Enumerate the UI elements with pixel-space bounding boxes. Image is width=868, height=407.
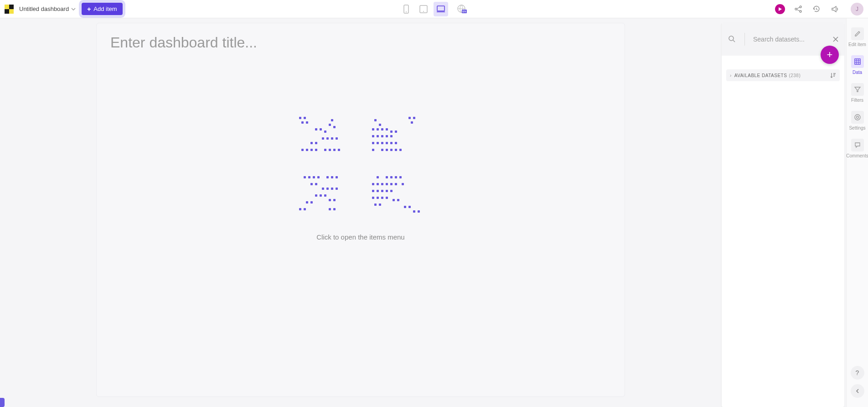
language-button[interactable]: EN xyxy=(455,2,469,16)
datasets-label: AVAILABLE DATASETS xyxy=(734,73,787,78)
plus-icon: + xyxy=(827,49,833,61)
svg-rect-2 xyxy=(5,9,9,14)
table-icon xyxy=(854,58,861,65)
search-wrap xyxy=(728,33,833,46)
device-mobile-button[interactable] xyxy=(399,2,413,16)
expand-icon xyxy=(297,115,424,215)
rail-data[interactable]: Data xyxy=(848,52,867,78)
rail-filters[interactable]: Filters xyxy=(848,80,867,106)
topbar-right: J xyxy=(775,3,863,16)
rail-label: Filters xyxy=(851,98,863,103)
user-avatar[interactable]: J xyxy=(851,3,863,16)
search-icon xyxy=(728,35,736,43)
rail-label: Comments xyxy=(846,153,868,158)
add-item-label: Add item xyxy=(93,5,117,12)
comment-icon xyxy=(854,141,861,149)
svg-rect-0 xyxy=(5,5,9,9)
svg-rect-8 xyxy=(437,6,444,11)
svg-point-17 xyxy=(855,115,860,120)
right-rail: Edit item Data Filters Settings Comments… xyxy=(846,18,868,407)
svg-point-12 xyxy=(800,6,801,8)
main: Click to open the items menu + › AVAILAB… xyxy=(0,18,868,407)
device-preview-group: EN xyxy=(399,2,469,16)
topbar: Untitled dashboard + Add item EN xyxy=(0,0,868,18)
search-datasets-input[interactable] xyxy=(753,36,833,43)
gear-icon xyxy=(854,114,861,121)
dashboard-name-text: Untitled dashboard xyxy=(19,5,69,12)
rail-comments[interactable]: Comments xyxy=(848,136,867,162)
rail-bottom: ? xyxy=(847,366,868,407)
dashboard-title-input[interactable] xyxy=(110,34,611,51)
svg-point-5 xyxy=(406,11,407,12)
history-button[interactable] xyxy=(811,4,822,14)
arrow-bl xyxy=(297,174,347,215)
play-button[interactable] xyxy=(775,4,785,14)
svg-point-16 xyxy=(856,116,858,119)
empty-state-hint: Click to open the items menu xyxy=(297,233,424,241)
rail-label: Edit item xyxy=(848,42,866,47)
plus-icon: + xyxy=(87,6,91,12)
chevron-left-icon xyxy=(855,388,860,394)
device-desktop-button[interactable] xyxy=(434,2,448,16)
avatar-initial: J xyxy=(856,6,858,12)
rail-edit-item[interactable]: Edit item xyxy=(848,25,867,51)
rail-label: Data xyxy=(852,70,862,75)
announce-button[interactable] xyxy=(830,4,840,14)
svg-rect-15 xyxy=(855,59,860,64)
chevron-down-icon xyxy=(71,6,76,12)
svg-point-14 xyxy=(729,36,734,41)
svg-point-13 xyxy=(800,10,801,12)
chevron-right-icon: › xyxy=(730,73,732,78)
data-panel-header: + xyxy=(722,23,844,56)
help-label: ? xyxy=(856,369,859,376)
divider xyxy=(744,33,745,46)
arrow-tl xyxy=(297,115,347,156)
svg-point-7 xyxy=(423,11,424,12)
help-button[interactable]: ? xyxy=(851,366,864,380)
collapse-rail-button[interactable] xyxy=(851,384,864,398)
edit-icon xyxy=(854,30,861,37)
canvas-column: Click to open the items menu xyxy=(0,18,721,407)
svg-rect-1 xyxy=(9,5,14,9)
app-logo[interactable] xyxy=(5,5,14,14)
dashboard-canvas: Click to open the items menu xyxy=(96,23,625,397)
add-dataset-fab[interactable]: + xyxy=(821,46,839,64)
lang-badge-text: EN xyxy=(462,10,466,13)
datasets-count: (238) xyxy=(789,73,801,78)
close-panel-button[interactable] xyxy=(833,35,838,43)
data-panel: + › AVAILABLE DATASETS (238) xyxy=(721,23,844,407)
arrow-br xyxy=(370,174,420,215)
add-item-button[interactable]: + Add item xyxy=(82,3,123,15)
device-tablet-button[interactable] xyxy=(416,2,431,16)
share-button[interactable] xyxy=(793,4,803,14)
arrow-tr xyxy=(370,115,420,156)
svg-rect-3 xyxy=(9,9,14,14)
rail-label: Settings xyxy=(849,125,865,130)
sort-button[interactable] xyxy=(830,72,836,78)
empty-state-placeholder[interactable]: Click to open the items menu xyxy=(297,115,424,241)
left-edge-handle[interactable] xyxy=(0,398,5,407)
svg-point-11 xyxy=(795,8,797,10)
filter-icon xyxy=(854,86,861,93)
available-datasets-header[interactable]: › AVAILABLE DATASETS (238) xyxy=(726,69,840,81)
rail-settings[interactable]: Settings xyxy=(848,108,867,134)
dashboard-name[interactable]: Untitled dashboard xyxy=(19,5,76,12)
